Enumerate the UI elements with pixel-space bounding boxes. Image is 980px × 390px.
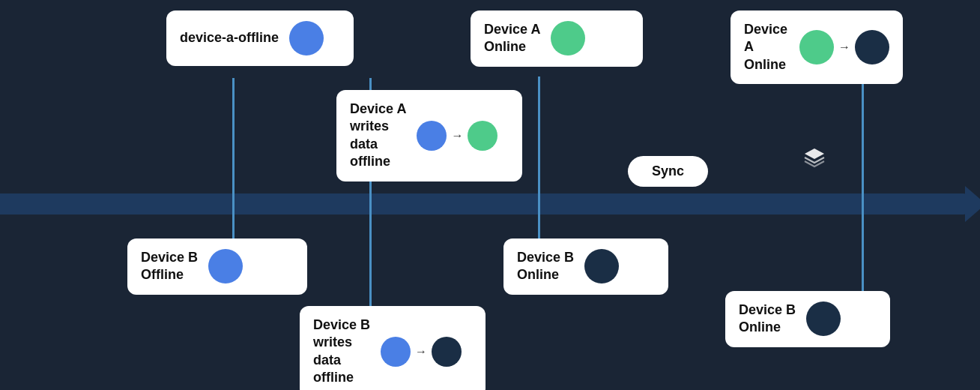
card-icons-7 xyxy=(584,249,619,284)
timeline xyxy=(0,194,967,214)
card-icons-8 xyxy=(806,302,841,336)
card-icons xyxy=(289,21,324,56)
vline-device-a-online-1 xyxy=(538,76,540,194)
card-device-a-online-2: Device AOnline → xyxy=(731,10,903,84)
green-circle-3 xyxy=(799,30,834,64)
card-icons-2: → xyxy=(417,121,497,151)
card-device-a-writes-offline: Device Awritesdataoffline → xyxy=(336,90,522,182)
card-device-a-online-1: Device AOnline xyxy=(471,10,643,67)
blue-circle-2 xyxy=(417,121,447,151)
dark-circle xyxy=(855,30,889,64)
svg-marker-0 xyxy=(805,148,824,159)
vline-device-b-online-1 xyxy=(538,194,540,240)
dark-circle-2 xyxy=(432,337,462,367)
card-icons-3 xyxy=(551,21,585,56)
arrow-icon: → xyxy=(451,130,463,142)
vline-device-b-writes-offline xyxy=(369,194,372,308)
card-icons-4: → xyxy=(799,30,889,64)
blue-circle-3 xyxy=(208,249,243,284)
card-device-b-offline: Device BOffline xyxy=(127,238,307,295)
card-device-b-writes-offline: Device Bwritesdataoffline → xyxy=(300,306,486,390)
vline-device-b-online-2 xyxy=(862,194,864,292)
card-icons-5 xyxy=(208,249,243,284)
arrow-icon-2: → xyxy=(838,41,850,53)
vline-device-a-offline xyxy=(232,78,235,194)
layers-icon xyxy=(803,147,826,171)
card-device-b-online-2: Device BOnline xyxy=(725,291,890,347)
card-device-a-offline: device-a-offline xyxy=(166,10,354,66)
blue-circle xyxy=(289,21,324,56)
dark-circle-4 xyxy=(806,302,841,336)
card-device-b-online-1: Device BOnline xyxy=(503,238,668,295)
green-circle xyxy=(468,121,497,151)
sync-pill: Sync xyxy=(628,156,708,187)
green-circle-2 xyxy=(551,21,585,56)
vline-device-a-online-2 xyxy=(862,76,864,194)
vline-device-b-offline xyxy=(232,194,235,240)
arrow-icon-3: → xyxy=(415,346,427,358)
dark-circle-3 xyxy=(584,249,619,284)
card-icons-6: → xyxy=(381,337,462,367)
blue-circle-4 xyxy=(381,337,411,367)
